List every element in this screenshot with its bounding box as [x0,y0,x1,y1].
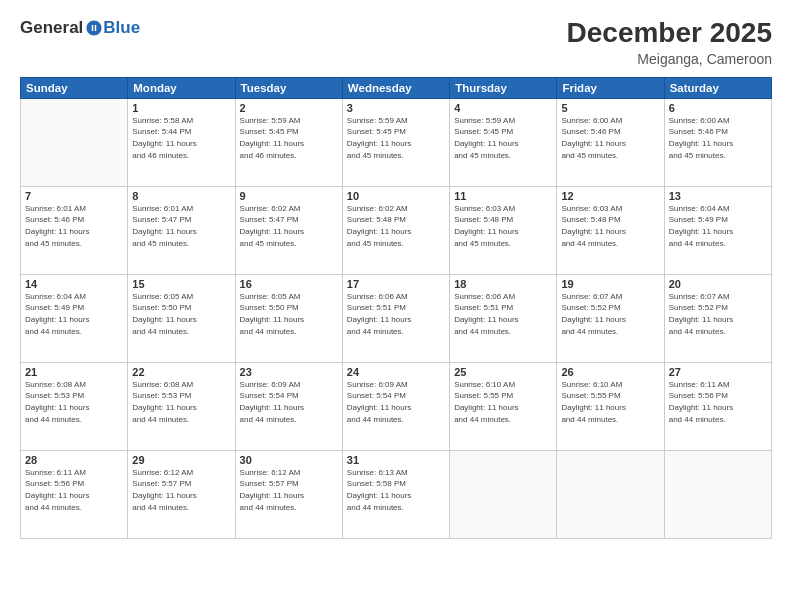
day-info: Sunrise: 6:13 AMSunset: 5:58 PMDaylight:… [347,467,445,513]
weekday-header-saturday: Saturday [664,77,771,98]
day-info: Sunrise: 6:11 AMSunset: 5:56 PMDaylight:… [25,467,123,513]
day-number: 4 [454,102,552,114]
week-row-1: 1Sunrise: 5:58 AMSunset: 5:44 PMDaylight… [21,98,772,186]
day-cell: 12Sunrise: 6:03 AMSunset: 5:48 PMDayligh… [557,186,664,274]
week-row-2: 7Sunrise: 6:01 AMSunset: 5:46 PMDaylight… [21,186,772,274]
day-number: 9 [240,190,338,202]
day-info: Sunrise: 6:12 AMSunset: 5:57 PMDaylight:… [240,467,338,513]
day-cell: 9Sunrise: 6:02 AMSunset: 5:47 PMDaylight… [235,186,342,274]
day-number: 20 [669,278,767,290]
day-cell: 13Sunrise: 6:04 AMSunset: 5:49 PMDayligh… [664,186,771,274]
day-info: Sunrise: 6:03 AMSunset: 5:48 PMDaylight:… [454,203,552,249]
day-number: 13 [669,190,767,202]
day-cell: 27Sunrise: 6:11 AMSunset: 5:56 PMDayligh… [664,362,771,450]
day-info: Sunrise: 6:05 AMSunset: 5:50 PMDaylight:… [132,291,230,337]
weekday-header-sunday: Sunday [21,77,128,98]
day-number: 1 [132,102,230,114]
day-number: 28 [25,454,123,466]
weekday-header-row: SundayMondayTuesdayWednesdayThursdayFrid… [21,77,772,98]
day-info: Sunrise: 6:04 AMSunset: 5:49 PMDaylight:… [25,291,123,337]
day-number: 15 [132,278,230,290]
weekday-header-wednesday: Wednesday [342,77,449,98]
day-cell: 2Sunrise: 5:59 AMSunset: 5:45 PMDaylight… [235,98,342,186]
day-cell: 17Sunrise: 6:06 AMSunset: 5:51 PMDayligh… [342,274,449,362]
day-cell: 1Sunrise: 5:58 AMSunset: 5:44 PMDaylight… [128,98,235,186]
day-info: Sunrise: 6:08 AMSunset: 5:53 PMDaylight:… [25,379,123,425]
day-info: Sunrise: 6:04 AMSunset: 5:49 PMDaylight:… [669,203,767,249]
day-number: 6 [669,102,767,114]
day-cell: 22Sunrise: 6:08 AMSunset: 5:53 PMDayligh… [128,362,235,450]
day-number: 14 [25,278,123,290]
week-row-5: 28Sunrise: 6:11 AMSunset: 5:56 PMDayligh… [21,450,772,538]
day-info: Sunrise: 6:06 AMSunset: 5:51 PMDaylight:… [347,291,445,337]
day-number: 19 [561,278,659,290]
logo-icon [85,19,103,37]
day-info: Sunrise: 5:59 AMSunset: 5:45 PMDaylight:… [454,115,552,161]
day-cell: 4Sunrise: 5:59 AMSunset: 5:45 PMDaylight… [450,98,557,186]
week-row-4: 21Sunrise: 6:08 AMSunset: 5:53 PMDayligh… [21,362,772,450]
logo: General Blue [20,18,140,38]
day-info: Sunrise: 5:59 AMSunset: 5:45 PMDaylight:… [347,115,445,161]
day-number: 26 [561,366,659,378]
weekday-header-monday: Monday [128,77,235,98]
day-cell [21,98,128,186]
page: General Blue December 2025 Meiganga, Cam… [0,0,792,612]
day-info: Sunrise: 6:03 AMSunset: 5:48 PMDaylight:… [561,203,659,249]
day-cell: 28Sunrise: 6:11 AMSunset: 5:56 PMDayligh… [21,450,128,538]
day-number: 12 [561,190,659,202]
day-number: 25 [454,366,552,378]
day-cell: 10Sunrise: 6:02 AMSunset: 5:48 PMDayligh… [342,186,449,274]
location: Meiganga, Cameroon [567,51,772,67]
weekday-header-tuesday: Tuesday [235,77,342,98]
day-number: 27 [669,366,767,378]
day-cell: 5Sunrise: 6:00 AMSunset: 5:46 PMDaylight… [557,98,664,186]
logo-general: General [20,18,83,38]
day-cell: 19Sunrise: 6:07 AMSunset: 5:52 PMDayligh… [557,274,664,362]
day-info: Sunrise: 6:02 AMSunset: 5:47 PMDaylight:… [240,203,338,249]
day-number: 11 [454,190,552,202]
day-info: Sunrise: 6:12 AMSunset: 5:57 PMDaylight:… [132,467,230,513]
day-number: 17 [347,278,445,290]
day-cell: 31Sunrise: 6:13 AMSunset: 5:58 PMDayligh… [342,450,449,538]
day-number: 23 [240,366,338,378]
logo-text: General Blue [20,18,140,38]
day-cell: 14Sunrise: 6:04 AMSunset: 5:49 PMDayligh… [21,274,128,362]
weekday-header-friday: Friday [557,77,664,98]
day-info: Sunrise: 6:07 AMSunset: 5:52 PMDaylight:… [669,291,767,337]
day-cell: 29Sunrise: 6:12 AMSunset: 5:57 PMDayligh… [128,450,235,538]
day-cell: 26Sunrise: 6:10 AMSunset: 5:55 PMDayligh… [557,362,664,450]
day-number: 21 [25,366,123,378]
day-number: 10 [347,190,445,202]
day-cell: 25Sunrise: 6:10 AMSunset: 5:55 PMDayligh… [450,362,557,450]
day-number: 29 [132,454,230,466]
day-number: 2 [240,102,338,114]
day-info: Sunrise: 6:02 AMSunset: 5:48 PMDaylight:… [347,203,445,249]
day-cell: 8Sunrise: 6:01 AMSunset: 5:47 PMDaylight… [128,186,235,274]
day-cell: 24Sunrise: 6:09 AMSunset: 5:54 PMDayligh… [342,362,449,450]
day-number: 8 [132,190,230,202]
day-info: Sunrise: 6:09 AMSunset: 5:54 PMDaylight:… [240,379,338,425]
day-info: Sunrise: 5:59 AMSunset: 5:45 PMDaylight:… [240,115,338,161]
day-info: Sunrise: 5:58 AMSunset: 5:44 PMDaylight:… [132,115,230,161]
day-info: Sunrise: 6:11 AMSunset: 5:56 PMDaylight:… [669,379,767,425]
day-number: 31 [347,454,445,466]
calendar: SundayMondayTuesdayWednesdayThursdayFrid… [20,77,772,539]
week-row-3: 14Sunrise: 6:04 AMSunset: 5:49 PMDayligh… [21,274,772,362]
day-info: Sunrise: 6:08 AMSunset: 5:53 PMDaylight:… [132,379,230,425]
day-number: 7 [25,190,123,202]
day-cell: 7Sunrise: 6:01 AMSunset: 5:46 PMDaylight… [21,186,128,274]
day-info: Sunrise: 6:10 AMSunset: 5:55 PMDaylight:… [561,379,659,425]
day-cell [664,450,771,538]
day-cell: 16Sunrise: 6:05 AMSunset: 5:50 PMDayligh… [235,274,342,362]
day-info: Sunrise: 6:00 AMSunset: 5:46 PMDaylight:… [669,115,767,161]
day-info: Sunrise: 6:05 AMSunset: 5:50 PMDaylight:… [240,291,338,337]
day-info: Sunrise: 6:06 AMSunset: 5:51 PMDaylight:… [454,291,552,337]
day-info: Sunrise: 6:09 AMSunset: 5:54 PMDaylight:… [347,379,445,425]
day-cell: 6Sunrise: 6:00 AMSunset: 5:46 PMDaylight… [664,98,771,186]
day-number: 3 [347,102,445,114]
day-number: 18 [454,278,552,290]
day-cell: 15Sunrise: 6:05 AMSunset: 5:50 PMDayligh… [128,274,235,362]
day-number: 5 [561,102,659,114]
header: General Blue December 2025 Meiganga, Cam… [20,18,772,67]
day-cell: 11Sunrise: 6:03 AMSunset: 5:48 PMDayligh… [450,186,557,274]
